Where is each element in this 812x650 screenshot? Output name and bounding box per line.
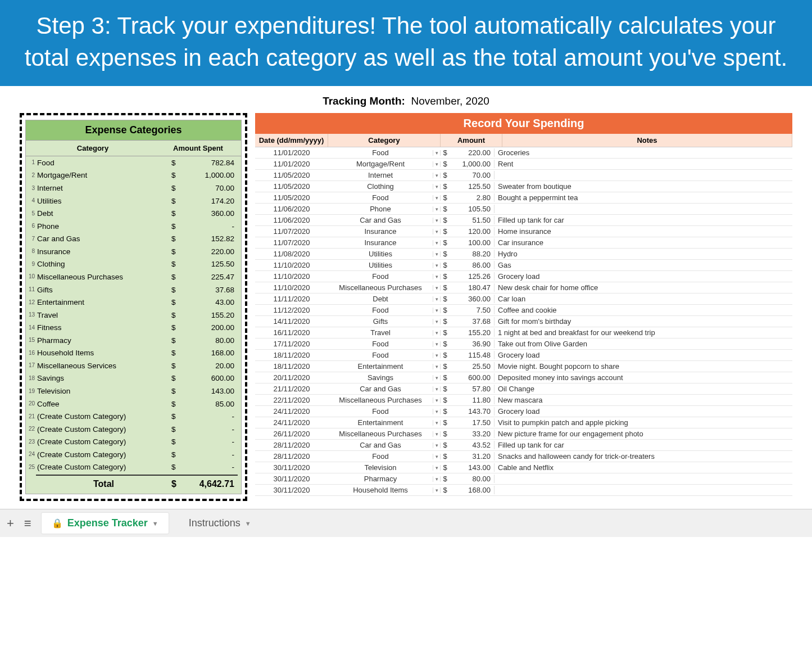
- spending-category[interactable]: Travel: [328, 328, 433, 337]
- category-name[interactable]: Coffee: [36, 399, 171, 410]
- dropdown-icon[interactable]: ▾: [433, 353, 441, 358]
- dropdown-icon[interactable]: ▾: [433, 487, 441, 493]
- dropdown-icon[interactable]: ▾: [433, 409, 441, 414]
- spending-date[interactable]: 21/11/2020: [255, 385, 328, 393]
- spending-category[interactable]: Utilities: [328, 250, 433, 258]
- spending-row[interactable]: 30/11/2020Television▾$143.00Cable and Ne…: [255, 462, 792, 473]
- spending-category[interactable]: Food: [328, 407, 433, 416]
- spending-date[interactable]: 11/11/2020: [255, 295, 328, 303]
- spending-row[interactable]: 24/11/2020Entertainment▾$17.50Visit to p…: [255, 417, 792, 428]
- category-row[interactable]: 1Food$782.84: [26, 156, 241, 169]
- spending-date[interactable]: 20/11/2020: [255, 373, 328, 382]
- category-row[interactable]: 3Internet$70.00: [26, 182, 241, 195]
- spending-category[interactable]: Internet: [328, 171, 433, 179]
- category-row[interactable]: 17Miscellaneous Services$20.00: [26, 359, 241, 372]
- spending-date[interactable]: 11/10/2020: [255, 261, 328, 269]
- category-row[interactable]: 11Gifts$37.68: [26, 283, 241, 296]
- category-row[interactable]: 20Coffee$85.00: [26, 398, 241, 410]
- spending-row[interactable]: 11/05/2020Food▾$2.80Bought a peppermint …: [255, 192, 792, 204]
- spending-amount[interactable]: 143.00: [450, 463, 495, 472]
- spending-date[interactable]: 11/07/2020: [255, 238, 328, 247]
- spending-row[interactable]: 11/06/2020Phone▾$105.50: [255, 204, 792, 215]
- spending-row[interactable]: 30/11/2020Household Items▾$168.00: [255, 485, 792, 496]
- category-row[interactable]: 13Travel$155.20: [26, 309, 241, 322]
- spending-notes[interactable]: Gift for mom's birthday: [495, 317, 792, 326]
- spending-notes[interactable]: Grocery load: [495, 407, 792, 416]
- category-name[interactable]: Clothing: [36, 259, 171, 270]
- spending-date[interactable]: 30/11/2020: [255, 486, 328, 494]
- spending-amount[interactable]: 51.50: [450, 216, 495, 224]
- spending-row[interactable]: 18/11/2020Food▾$115.48Grocery load: [255, 350, 792, 361]
- category-row[interactable]: 15Pharmacy$80.00: [26, 334, 241, 347]
- spending-row[interactable]: 17/11/2020Food▾$36.90Take out from Olive…: [255, 338, 792, 350]
- spending-category[interactable]: Gifts: [328, 317, 433, 326]
- dropdown-icon[interactable]: ▾: [433, 386, 441, 392]
- spending-amount[interactable]: 80.00: [450, 475, 495, 483]
- spending-date[interactable]: 11/08/2020: [255, 250, 328, 258]
- spending-notes[interactable]: Rent: [495, 160, 792, 168]
- category-row[interactable]: 7Car and Gas$152.82: [26, 233, 241, 246]
- spending-amount[interactable]: 105.50: [450, 205, 495, 213]
- category-name[interactable]: Food: [36, 157, 171, 169]
- spending-notes[interactable]: Oil Change: [495, 385, 792, 393]
- all-sheets-button[interactable]: ≡: [24, 516, 31, 531]
- dropdown-icon[interactable]: ▾: [433, 364, 441, 369]
- dropdown-icon[interactable]: ▾: [433, 341, 441, 347]
- spending-notes[interactable]: Filled up tank for car: [495, 216, 792, 224]
- spending-row[interactable]: 11/11/2020Debt▾$360.00Car loan: [255, 294, 792, 305]
- dropdown-icon[interactable]: ▾: [433, 431, 441, 437]
- spending-category[interactable]: Food: [328, 340, 433, 348]
- spending-amount[interactable]: 120.00: [450, 227, 495, 236]
- spending-amount[interactable]: 17.50: [450, 418, 495, 427]
- spending-date[interactable]: 11/06/2020: [255, 216, 328, 224]
- category-name[interactable]: Car and Gas: [36, 233, 171, 245]
- category-row[interactable]: 16Household Items$168.00: [26, 347, 241, 360]
- spending-category[interactable]: Food: [328, 306, 433, 314]
- spending-amount[interactable]: 86.00: [450, 261, 495, 269]
- spending-row[interactable]: 11/01/2020Food▾$220.00Groceries: [255, 147, 792, 159]
- spending-category[interactable]: Pharmacy: [328, 475, 433, 483]
- spending-date[interactable]: 28/11/2020: [255, 441, 328, 449]
- dropdown-icon[interactable]: ▾: [433, 285, 441, 291]
- spending-notes[interactable]: 1 night at bed and breakfast for our wee…: [495, 328, 792, 337]
- dropdown-icon[interactable]: ▾: [433, 206, 441, 212]
- spending-row[interactable]: 28/11/2020Car and Gas▾$43.52Filled up ta…: [255, 440, 792, 451]
- dropdown-icon[interactable]: ▾: [433, 195, 441, 201]
- spending-amount[interactable]: 33.20: [450, 430, 495, 438]
- spending-amount[interactable]: 180.47: [450, 283, 495, 292]
- dropdown-icon[interactable]: ▾: [433, 375, 441, 381]
- spending-notes[interactable]: Car loan: [495, 295, 792, 303]
- spending-row[interactable]: 16/11/2020Travel▾$155.201 night at bed a…: [255, 327, 792, 338]
- category-name[interactable]: Mortgage/Rent: [36, 170, 171, 181]
- spending-date[interactable]: 11/01/2020: [255, 160, 328, 168]
- spending-category[interactable]: Household Items: [328, 486, 433, 494]
- spending-date[interactable]: 11/05/2020: [255, 171, 328, 179]
- spending-date[interactable]: 11/07/2020: [255, 227, 328, 236]
- spending-notes[interactable]: Grocery load: [495, 351, 792, 359]
- spending-amount[interactable]: 155.20: [450, 328, 495, 337]
- spending-date[interactable]: 18/11/2020: [255, 351, 328, 359]
- spending-amount[interactable]: 100.00: [450, 238, 495, 247]
- category-name[interactable]: Utilities: [36, 196, 171, 207]
- category-name[interactable]: Insurance: [36, 246, 171, 258]
- spending-amount[interactable]: 600.00: [450, 373, 495, 382]
- spending-row[interactable]: 11/10/2020Utilities▾$86.00Gas: [255, 260, 792, 271]
- category-row[interactable]: 8Insurance$220.00: [26, 245, 241, 258]
- spending-amount[interactable]: 88.20: [450, 250, 495, 258]
- spending-date[interactable]: 16/11/2020: [255, 328, 328, 337]
- spending-row[interactable]: 11/12/2020Food▾$7.50Coffee and cookie: [255, 305, 792, 316]
- spending-notes[interactable]: Groceries: [495, 148, 792, 157]
- spending-category[interactable]: Food: [328, 452, 433, 461]
- spending-row[interactable]: 21/11/2020Car and Gas▾$57.80Oil Change: [255, 383, 792, 395]
- spending-date[interactable]: 22/11/2020: [255, 396, 328, 404]
- spending-date[interactable]: 28/11/2020: [255, 452, 328, 461]
- category-row[interactable]: 22(Create Custom Category)$-: [26, 423, 241, 436]
- dropdown-icon[interactable]: ▾: [433, 161, 441, 167]
- spending-category[interactable]: Utilities: [328, 261, 433, 269]
- dropdown-icon[interactable]: ▾: [433, 274, 441, 279]
- spending-row[interactable]: 11/10/2020Miscellaneous Purchases▾$180.4…: [255, 282, 792, 294]
- spending-date[interactable]: 11/10/2020: [255, 283, 328, 292]
- spending-category[interactable]: Clothing: [328, 182, 433, 191]
- category-name[interactable]: Entertainment: [36, 297, 171, 308]
- category-name[interactable]: (Create Custom Category): [36, 424, 171, 435]
